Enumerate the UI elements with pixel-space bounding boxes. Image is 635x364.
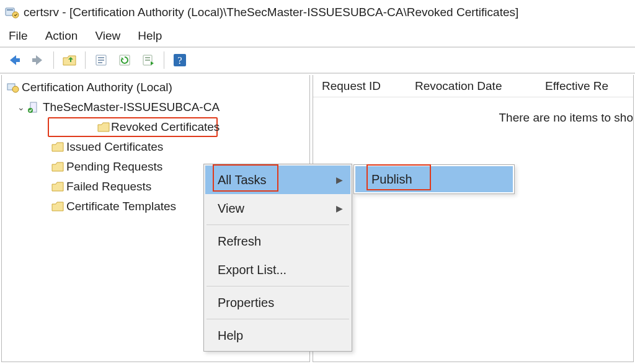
folder-icon	[50, 201, 65, 212]
tree-node-label: Revoked Certificates	[110, 120, 220, 134]
toolbar-separator	[85, 51, 86, 69]
ca-root-icon	[6, 81, 20, 94]
svg-text:?: ?	[177, 55, 182, 66]
ctx-separator	[206, 286, 349, 286]
menu-help[interactable]: Help	[138, 29, 162, 43]
list-empty-message: There are no items to sho	[313, 97, 633, 125]
ctx-separator	[206, 319, 349, 319]
ctx-publish[interactable]: Publish	[355, 166, 513, 192]
ctx-help[interactable]: Help	[205, 321, 350, 350]
ctx-refresh[interactable]: Refresh	[205, 227, 350, 255]
column-effective-revocation[interactable]: Effective Re	[536, 75, 633, 97]
ctx-item-label: View	[218, 202, 244, 216]
ctx-separator	[206, 224, 349, 225]
export-list-button[interactable]	[138, 50, 159, 71]
submenu-arrow-icon: ▶	[336, 175, 343, 185]
toolbar-separator	[164, 51, 164, 69]
svg-rect-6	[98, 57, 104, 58]
tree-node-label: Pending Requests	[65, 160, 162, 174]
svg-rect-12	[145, 60, 150, 61]
context-submenu-all-tasks[interactable]: Publish	[353, 164, 515, 194]
folder-icon	[50, 181, 65, 192]
ctx-all-tasks[interactable]: All Tasks ▶	[205, 166, 350, 194]
help-button[interactable]: ?	[169, 50, 190, 71]
svg-rect-1	[7, 9, 13, 11]
tree-node-revoked-certificates[interactable]: Revoked Certificates	[48, 117, 218, 137]
tree-root-label: Certification Authority (Local)	[20, 81, 172, 94]
tree-root[interactable]: Certification Authority (Local)	[2, 78, 309, 97]
menu-bar: File Action View Help	[0, 25, 635, 47]
title-bar: certsrv - [Certification Authority (Loca…	[0, 0, 635, 25]
svg-point-16	[12, 86, 19, 92]
ctx-view[interactable]: View ▶	[205, 194, 350, 223]
ca-server-icon	[27, 101, 42, 113]
ctx-item-label: Publish	[371, 172, 412, 187]
up-folder-button[interactable]	[59, 50, 80, 71]
expand-toggle[interactable]: ⌄	[16, 102, 27, 112]
folder-icon	[50, 161, 65, 172]
svg-rect-11	[145, 57, 150, 58]
ctx-item-label: Export List...	[218, 263, 286, 277]
ctx-item-label: Refresh	[218, 234, 261, 249]
svg-rect-8	[98, 62, 102, 63]
forward-button[interactable]	[27, 50, 48, 71]
svg-rect-7	[98, 60, 104, 61]
ctx-item-label: Properties	[218, 296, 274, 310]
submenu-arrow-icon: ▶	[336, 203, 343, 213]
tree-node-label: Certificate Templates	[65, 200, 176, 213]
toolbar: ?	[0, 47, 635, 73]
tree-node-issued-certificates[interactable]: Issued Certificates	[2, 137, 309, 157]
back-button[interactable]	[4, 50, 25, 71]
ctx-export-list[interactable]: Export List...	[205, 255, 350, 284]
ctx-item-label: Help	[218, 329, 243, 343]
column-revocation-date[interactable]: Revocation Date	[406, 75, 536, 97]
tree-ca-label: TheSecMaster-ISSUESUBCA-CA	[42, 100, 220, 114]
window-title: certsrv - [Certification Authority (Loca…	[24, 6, 518, 19]
tree-ca-node[interactable]: ⌄ TheSecMaster-ISSUESUBCA-CA	[2, 97, 309, 117]
svg-rect-3	[15, 58, 20, 62]
folder-icon	[50, 141, 65, 153]
svg-rect-4	[32, 58, 37, 62]
svg-point-2	[12, 12, 19, 18]
toolbar-separator	[53, 51, 54, 69]
list-header: Request ID Revocation Date Effective Re	[313, 75, 633, 97]
certsrv-app-icon	[4, 4, 20, 20]
menu-view[interactable]: View	[95, 29, 120, 43]
ctx-item-label: All Tasks	[218, 173, 267, 187]
folder-icon	[97, 122, 110, 133]
menu-file[interactable]: File	[9, 29, 28, 43]
column-request-id[interactable]: Request ID	[313, 75, 406, 97]
tree-node-label: Failed Requests	[65, 180, 151, 193]
list-pane[interactable]: Request ID Revocation Date Effective Re …	[313, 75, 634, 362]
tree-node-label: Issued Certificates	[65, 140, 163, 154]
context-menu[interactable]: All Tasks ▶ View ▶ Refresh Export List..…	[203, 164, 352, 352]
menu-action[interactable]: Action	[45, 29, 78, 43]
ctx-properties[interactable]: Properties	[205, 288, 350, 317]
refresh-button[interactable]	[114, 50, 135, 71]
properties-button[interactable]	[91, 50, 112, 71]
